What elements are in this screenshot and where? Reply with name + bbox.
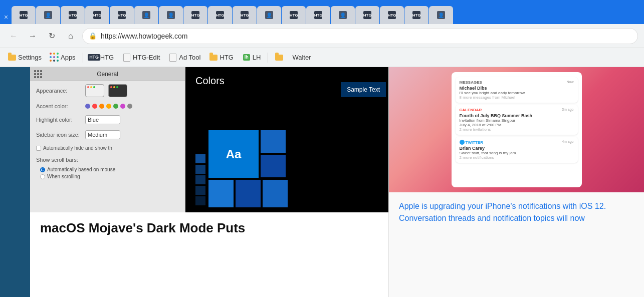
tab-8[interactable]: HTG (208, 6, 232, 24)
accent-color-dot[interactable] (113, 104, 118, 109)
left-sidebar (0, 67, 30, 297)
bookmark-lh[interactable]: lh LH (239, 52, 265, 64)
refresh-button[interactable]: ↻ (44, 29, 59, 44)
bookmark-ad-tool[interactable]: Ad Tool (165, 52, 204, 64)
scrollbars-radio1[interactable] (40, 167, 45, 172)
nav-bar: ← → ↻ ⌂ 🔒 https://www.howtogeek.com (0, 24, 644, 48)
scrollbars-radio2[interactable] (40, 174, 45, 179)
accent-color-dot[interactable] (120, 104, 125, 109)
sidebar-select[interactable]: Medium (85, 130, 120, 139)
bookmark-htg-edit[interactable]: HTG-Edit (119, 52, 164, 64)
macos-settings-panel: General Appearance: Accent color: (30, 67, 185, 212)
bookmark-htg-folder[interactable]: HTG (205, 52, 237, 64)
close-tab-button[interactable]: × (4, 13, 8, 21)
macos-panel-header: General (30, 67, 185, 81)
notification-calendar: CALENDAR 3m ago Fourth of July BBQ Summe… (456, 105, 578, 135)
phone-image: MESSAGES Now Michael Dibs I'll see you b… (389, 67, 644, 192)
accent-label: Accent color: (36, 103, 81, 109)
notif-body-2: Invitation from Simama Singpur (460, 118, 574, 123)
accent-color-dot[interactable] (85, 104, 90, 109)
windows-colors-panel: Colors Sample Text (185, 67, 388, 212)
tab-6[interactable]: 👤 (159, 6, 183, 24)
url-text: https://www.howtogeek.com (101, 32, 188, 40)
article-right: MESSAGES Now Michael Dibs I'll see you b… (388, 67, 644, 297)
notif-body-1: I'll see you bright and early tomorrow. (460, 91, 574, 95)
tile-aa: Aa (208, 130, 259, 178)
tab-14[interactable]: HTG (355, 6, 379, 24)
forward-button[interactable]: → (25, 29, 40, 44)
lock-icon: 🔒 (89, 32, 97, 40)
bookmark-lh-label: LH (253, 54, 261, 61)
bookmark-walter-label: Walter (292, 54, 311, 61)
article-image: General Appearance: Accent color: (30, 67, 388, 212)
appearance-dark-option[interactable] (108, 84, 127, 97)
tab-0[interactable]: HTG (12, 6, 36, 24)
tab-9[interactable]: HTG (233, 6, 257, 24)
tabs-container: HTG👤HTGHTGHTG👤👤HTGHTGHTG👤HTGHTG👤HTGHTGHT… (12, 6, 453, 24)
tab-12[interactable]: HTG (306, 6, 330, 24)
tab-5[interactable]: 👤 (134, 6, 158, 24)
lh-badge-icon: lh (243, 54, 251, 62)
notif-app-3: TWITTER (466, 140, 484, 145)
sidebar-label: Sidebar icon size: (36, 132, 81, 138)
bookmark-folder2[interactable] (271, 52, 287, 64)
notif-title-2: Fourth of July BBQ Summer Bash (460, 113, 574, 118)
home-button[interactable]: ⌂ (63, 29, 78, 44)
bookmark-settings[interactable]: Settings (4, 52, 46, 64)
tab-15[interactable]: HTG (380, 6, 404, 24)
notif-time-1: Now (566, 80, 573, 85)
tab-16[interactable]: HTG (404, 6, 428, 24)
autohide-checkbox[interactable] (36, 146, 41, 151)
tab-4[interactable]: HTG (110, 6, 134, 24)
tab-13[interactable]: 👤 (331, 6, 355, 24)
bookmark-apps[interactable]: Apps (47, 52, 80, 64)
notif-time-2: 3m ago (562, 108, 573, 112)
folder-icon (8, 54, 16, 62)
back-button[interactable]: ← (6, 29, 21, 44)
accent-color-dot[interactable] (92, 104, 97, 109)
sample-text: Sample Text (341, 82, 386, 97)
bookmark-apps-label: Apps (61, 54, 76, 61)
tile-col-narrow (195, 154, 205, 205)
accent-color-dot[interactable] (106, 104, 111, 109)
tile-right-small (261, 130, 286, 178)
address-bar[interactable]: 🔒 https://www.howtogeek.com (82, 28, 638, 44)
autohide-row: Automatically hide and show th (30, 142, 185, 154)
windows-tiles: Aa (195, 130, 288, 207)
doc-icon-htgedit (123, 54, 131, 62)
tile-main-block: Aa (208, 130, 288, 207)
accent-color-dot[interactable] (127, 104, 132, 109)
tab-17[interactable]: 👤 (429, 6, 453, 24)
notif-sub-1: 8 more messages from Michael (460, 95, 574, 100)
tab-10[interactable]: 👤 (257, 6, 281, 24)
highlight-label: Highlight color: (36, 117, 81, 123)
doc-icon-adtool (169, 54, 177, 62)
notif-title-1: Michael Dibs (460, 86, 574, 91)
tile-bottom-row (208, 180, 288, 207)
tab-bar: × HTG👤HTGHTGHTG👤👤HTGHTGHTG👤HTGHTG👤HTGHTG… (0, 0, 644, 24)
sidebar-size-row: Sidebar icon size: Medium (30, 127, 185, 142)
appearance-light-option[interactable] (85, 84, 104, 97)
tab-7[interactable]: HTG (183, 6, 207, 24)
article-left: General Appearance: Accent color: (30, 67, 388, 297)
tab-11[interactable]: HTG (282, 6, 306, 24)
scrollbars-label: Show scroll bars: (36, 157, 81, 163)
notif-date-2: July 4, 2018 at 2:00 PM (460, 123, 574, 127)
tab-1[interactable]: 👤 (36, 6, 60, 24)
bookmark-walter[interactable]: Walter (288, 52, 315, 63)
notif-sub-2: 2 more invitations (460, 127, 574, 132)
folder-icon-htg (209, 54, 218, 62)
scrollbars-row: Show scroll bars: (30, 154, 185, 166)
tab-close-area: × (2, 13, 11, 24)
bookmark-htg[interactable]: HTG HTG (86, 52, 118, 64)
notification-twitter: TWITTER 4m ago Brian Carey Sweet stuff, … (456, 137, 578, 163)
appearance-label: Appearance: (36, 88, 81, 94)
scrollbars-options: Automatically based on mouse When scroll… (30, 166, 185, 182)
bookmarks-bar: Settings Apps HTG HTG HTG-Edit Ad Tool H… (0, 48, 644, 67)
accent-color-dot[interactable] (99, 104, 104, 109)
highlight-select[interactable]: Blue (85, 115, 120, 124)
bookmark-adtool-label: Ad Tool (179, 54, 200, 61)
scrollbars-opt1: Automatically based on mouse (47, 167, 115, 172)
tab-2[interactable]: HTG (61, 6, 85, 24)
tab-3[interactable]: HTG (85, 6, 109, 24)
